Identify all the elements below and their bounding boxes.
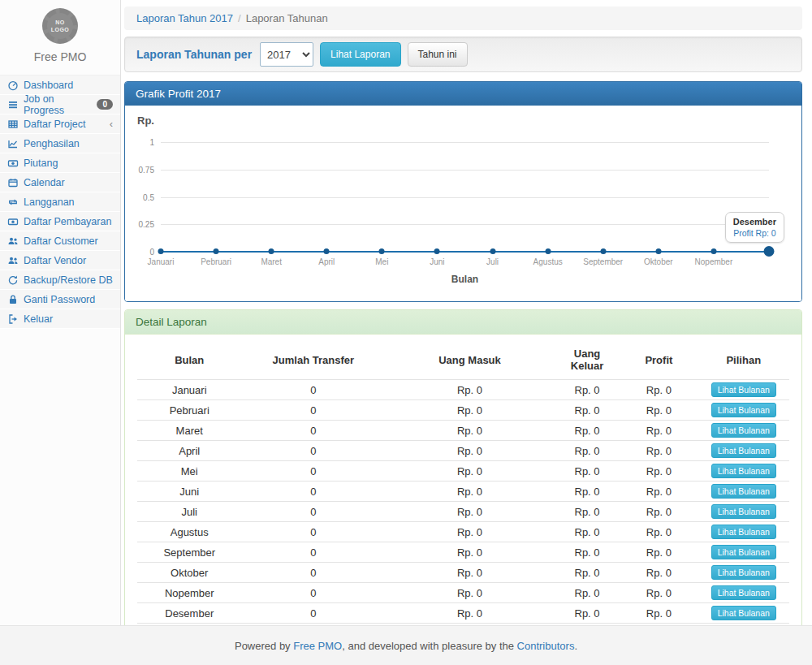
footer-link-free-pmo[interactable]: Free PMO <box>293 640 342 652</box>
table-row: Mei0Rp. 0Rp. 0Rp. 0Lihat Bulanan <box>137 461 789 481</box>
lihat-bulanan-button[interactable]: Lihat Bulanan <box>711 382 776 397</box>
sidebar-item-langganan[interactable]: Langganan <box>0 192 120 212</box>
data-point-oktober[interactable] <box>655 248 661 254</box>
sidebar-item-daftar-customer[interactable]: Daftar Customer <box>0 231 120 251</box>
table-row: September0Rp. 0Rp. 0Rp. 0Lihat Bulanan <box>137 542 789 563</box>
gridline <box>161 224 769 225</box>
lihat-bulanan-button[interactable]: Lihat Bulanan <box>711 504 776 519</box>
lihat-bulanan-button[interactable]: Lihat Bulanan <box>711 565 776 580</box>
table-row: Juli0Rp. 0Rp. 0Rp. 0Lihat Bulanan <box>137 502 789 522</box>
tahun-ini-button[interactable]: Tahun ini <box>408 42 468 67</box>
profit-chart-panel: Grafik Profit 2017 Rp. 1 0.75 0.5 0.25 0 <box>124 81 802 302</box>
content-area: Laporan Tahun 2017/Laporan Tahunan Lapor… <box>121 0 812 625</box>
data-point-september[interactable] <box>600 248 606 254</box>
sidebar-item-label: Daftar Pembayaran <box>24 216 111 227</box>
sidebar-item-daftar-project[interactable]: Daftar Project ‹ <box>0 114 120 134</box>
x-axis-tick: Juni <box>430 257 444 266</box>
money-icon <box>7 158 19 169</box>
refresh-icon <box>7 274 19 286</box>
line-chart-icon <box>7 138 19 149</box>
users-icon <box>7 255 19 266</box>
footer: Powered by Free PMO, and developed with … <box>0 625 812 665</box>
footer-link-contributors[interactable]: Contributors <box>517 640 575 652</box>
lihat-bulanan-button[interactable]: Lihat Bulanan <box>711 443 776 458</box>
x-axis-tick: Nopember <box>695 257 733 266</box>
y-axis-tick: 0 <box>149 248 154 257</box>
data-point-mei[interactable] <box>379 248 385 254</box>
sidebar-nav: Dashboard Job on Progress 0 Daftar Proje… <box>0 75 120 329</box>
table-row: Maret0Rp. 0Rp. 0Rp. 0Lihat Bulanan <box>137 421 789 441</box>
x-axis-tick: Maret <box>261 257 282 266</box>
table-row: April0Rp. 0Rp. 0Rp. 0Lihat Bulanan <box>137 441 789 461</box>
lihat-bulanan-button[interactable]: Lihat Bulanan <box>711 484 776 499</box>
sidebar-item-label: Piutang <box>24 158 58 169</box>
logo-text: NOLOGO <box>51 19 70 33</box>
sidebar: NOLOGO Free PMO Dashboard Job on Progres… <box>0 0 121 625</box>
sidebar-item-calendar[interactable]: Calendar <box>0 173 120 192</box>
data-point-januari[interactable] <box>158 248 164 254</box>
breadcrumb: Laporan Tahun 2017/Laporan Tahunan <box>124 6 802 30</box>
gridline <box>161 170 769 171</box>
lihat-bulanan-button[interactable]: Lihat Bulanan <box>711 403 776 417</box>
sidebar-item-penghasilan[interactable]: Penghasilan <box>0 134 120 153</box>
year-select[interactable]: 2017 <box>260 42 313 67</box>
breadcrumb-current: Laporan Tahunan <box>246 12 328 24</box>
data-point-nopember[interactable] <box>710 248 716 254</box>
lihat-bulanan-button[interactable]: Lihat Bulanan <box>711 585 776 600</box>
footer-prefix: Powered by <box>235 640 293 652</box>
x-axis-tick: April <box>318 257 335 266</box>
x-axis-tick: Januari <box>148 257 175 266</box>
y-axis-tick: 1 <box>149 138 154 147</box>
profit-series-line <box>161 251 769 253</box>
x-axis-tick: September <box>583 257 623 266</box>
sidebar-item-dashboard[interactable]: Dashboard <box>0 76 120 95</box>
sidebar-item-label: Calendar <box>24 177 65 188</box>
lock-icon <box>7 294 19 305</box>
data-point-april[interactable] <box>324 248 330 254</box>
table-row: Agustus0Rp. 0Rp. 0Rp. 0Lihat Bulanan <box>137 522 789 542</box>
sidebar-item-label: Keluar <box>24 313 53 325</box>
sign-out-icon <box>7 313 19 325</box>
sidebar-item-daftar-pembayaran[interactable]: Daftar Pembayaran <box>0 212 120 231</box>
sidebar-item-ganti-password[interactable]: Ganti Password <box>0 290 120 309</box>
x-axis-tick: Juli <box>486 257 499 266</box>
data-point-pebruari[interactable] <box>214 248 219 254</box>
profit-chart: Rp. 1 0.75 0.5 0.25 0 <box>125 106 801 301</box>
brand-name: Free PMO <box>0 50 120 70</box>
table-row: Januari0Rp. 0Rp. 0Rp. 0Lihat Bulanan <box>137 380 789 400</box>
sidebar-item-backup-restore-db[interactable]: Backup/Restore DB <box>0 270 120 290</box>
logo-block: NOLOGO Free PMO <box>0 0 120 75</box>
breadcrumb-separator: / <box>238 12 241 24</box>
data-point-juli[interactable] <box>490 248 495 254</box>
sidebar-item-daftar-vendor[interactable]: Daftar Vendor <box>0 251 120 270</box>
lihat-bulanan-button[interactable]: Lihat Bulanan <box>711 606 776 620</box>
breadcrumb-link-laporan-tahun[interactable]: Laporan Tahun 2017 <box>136 12 233 24</box>
data-point-agustus[interactable] <box>545 248 551 254</box>
table-row: Nopember0Rp. 0Rp. 0Rp. 0Lihat Bulanan <box>137 583 789 603</box>
lihat-bulanan-button[interactable]: Lihat Bulanan <box>711 545 776 559</box>
lihat-bulanan-button[interactable]: Lihat Bulanan <box>711 525 776 539</box>
lihat-bulanan-button[interactable]: Lihat Bulanan <box>711 423 776 438</box>
sidebar-item-label: Daftar Project <box>24 119 85 130</box>
data-point-desember[interactable] <box>764 246 775 257</box>
sidebar-item-keluar[interactable]: Keluar <box>0 309 120 329</box>
sidebar-item-label: Ganti Password <box>24 294 95 305</box>
dashboard-icon <box>7 80 19 91</box>
sidebar-item-job-on-progress[interactable]: Job on Progress 0 <box>0 95 120 114</box>
sidebar-item-label: Daftar Customer <box>24 235 98 247</box>
data-point-juni[interactable] <box>434 248 440 254</box>
app-window: NOLOGO Free PMO Dashboard Job on Progres… <box>0 0 812 665</box>
users-icon <box>7 235 19 247</box>
col-header-jumlah-transfer: Jumlah Transfer <box>241 342 385 380</box>
lihat-laporan-button[interactable]: Lihat Laporan <box>320 42 400 67</box>
x-axis-title: Bulan <box>451 274 478 285</box>
data-point-maret[interactable] <box>269 248 274 254</box>
y-axis-tick: 0.5 <box>143 192 154 201</box>
y-axis-tick: 0.75 <box>139 165 154 174</box>
lihat-bulanan-button[interactable]: Lihat Bulanan <box>711 464 776 478</box>
col-header-profit: Profit <box>620 342 698 380</box>
plot-area: 1 0.75 0.5 0.25 0 <box>161 142 769 252</box>
tasks-icon <box>7 99 19 110</box>
tooltip-month: Desember <box>733 217 776 227</box>
sidebar-item-piutang[interactable]: Piutang <box>0 153 120 173</box>
